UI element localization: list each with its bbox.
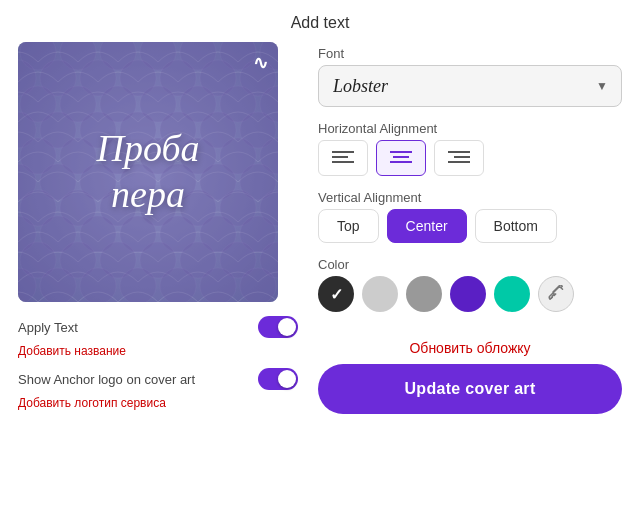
vert-center-button[interactable]: Center (387, 209, 467, 243)
font-select-wrapper: Lobster Arial Georgia (318, 65, 622, 107)
show-anchor-toggle-knob (278, 370, 296, 388)
align-left-button[interactable] (318, 140, 368, 176)
color-label: Color (318, 257, 622, 272)
vertical-alignment-section: Vertical Alignment Top Center Bottom (318, 190, 622, 243)
show-anchor-toggle[interactable] (258, 368, 298, 390)
color-swatch-dark[interactable]: ✓ (318, 276, 354, 312)
apply-text-sublabel: Добавить название (18, 344, 298, 362)
color-swatch-purple[interactable] (450, 276, 486, 312)
vertical-alignment-label: Vertical Alignment (318, 190, 622, 205)
font-label: Font (318, 46, 622, 61)
cover-art-text: Проба пера (96, 126, 199, 217)
show-anchor-sublabel: Добавить логотип сервиса (18, 396, 298, 414)
vert-bottom-button[interactable]: Bottom (475, 209, 557, 243)
apply-text-toggle[interactable] (258, 316, 298, 338)
vert-top-button[interactable]: Top (318, 209, 379, 243)
cover-art-text-overlay: Проба пера (18, 42, 278, 302)
cover-art: ∿ Проба пера (18, 42, 278, 302)
color-swatch-teal[interactable] (494, 276, 530, 312)
color-dropper-button[interactable] (538, 276, 574, 312)
align-center-button[interactable] (376, 140, 426, 176)
color-swatches: ✓ (318, 276, 622, 312)
font-select[interactable]: Lobster Arial Georgia (318, 65, 622, 107)
update-link[interactable]: Обновить обложку (318, 340, 622, 356)
update-cover-art-button[interactable]: Update cover art (318, 364, 622, 414)
show-anchor-row: Show Anchor logo on cover art (18, 366, 298, 392)
horizontal-alignment-label: Horizontal Alignment (318, 121, 622, 136)
apply-text-row: Apply Text (18, 314, 298, 340)
page-title: Add text (0, 0, 640, 42)
color-swatch-light-gray[interactable] (362, 276, 398, 312)
apply-text-toggle-knob (278, 318, 296, 336)
horizontal-alignment-section: Horizontal Alignment (318, 121, 622, 176)
toggles-section: Apply Text Добавить название Show Anchor… (18, 314, 298, 414)
vertical-alignment-buttons: Top Center Bottom (318, 209, 622, 243)
apply-text-label: Apply Text (18, 320, 78, 335)
alignment-buttons (318, 140, 622, 176)
left-panel: ∿ Проба пера Apply Text Добавить названи… (18, 42, 298, 414)
show-anchor-label: Show Anchor logo on cover art (18, 372, 195, 387)
color-swatch-gray[interactable] (406, 276, 442, 312)
checkmark-icon: ✓ (330, 285, 343, 304)
bottom-section: Обновить обложку Update cover art (318, 340, 622, 414)
color-section: Color ✓ (318, 257, 622, 312)
font-section: Font Lobster Arial Georgia (318, 46, 622, 107)
align-right-button[interactable] (434, 140, 484, 176)
right-panel: Font Lobster Arial Georgia Horizontal Al… (318, 42, 622, 414)
